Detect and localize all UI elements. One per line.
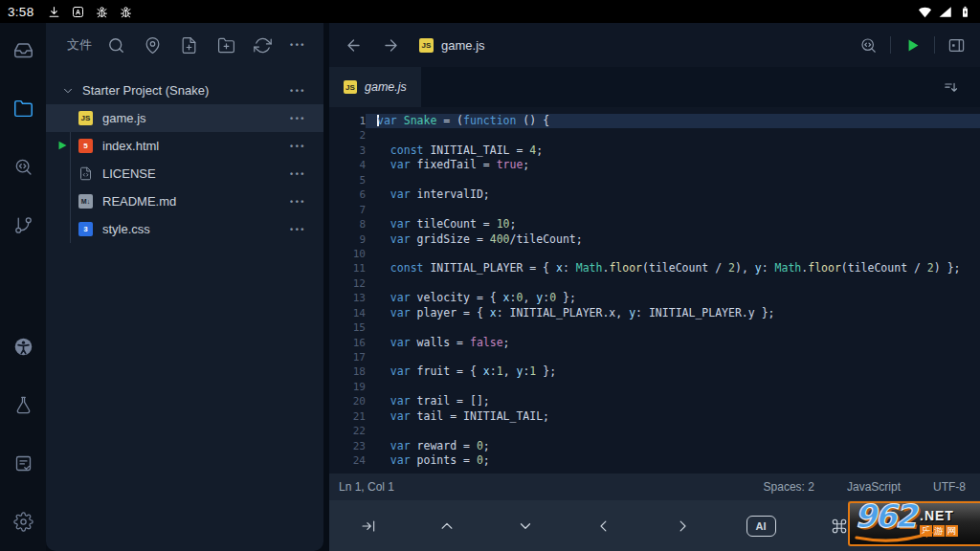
project-row[interactable]: Starter Project (Snake) ••• [46,77,323,104]
code-line[interactable]: 11 const INITIAL_PLAYER = { x: Math.floo… [329,261,980,276]
line-number: 10 [329,247,366,261]
code-line[interactable]: 6 var intervalID; [329,187,980,202]
code-line[interactable]: 13 var velocity = { x:0, y:0 }; [329,291,980,305]
line-number: 13 [329,291,366,305]
chevron-up-icon[interactable] [408,518,486,535]
chevron-up-icon [438,518,456,535]
code-line[interactable]: 5 [329,173,980,187]
encoding[interactable]: UTF-8 [933,480,966,494]
more-icon[interactable]: ••• [290,114,306,123]
code-line[interactable]: 21 var tail = INITIAL_TAIL; [329,409,980,424]
chevron-right-icon[interactable] [643,518,722,535]
code-line[interactable]: 17 [329,350,980,364]
code-line[interactable]: 19 [329,380,980,394]
line-number: 21 [329,409,366,424]
file-name: game.js [102,111,290,125]
code-line[interactable]: 4 var fixedTail = true; [329,158,980,172]
code-line[interactable]: 23 var reward = 0; [329,439,980,453]
line-number: 19 [329,380,366,394]
code-line[interactable]: 14 var player = { x: INITIAL_PLAYER.x, y… [329,306,980,320]
file-name: index.html [102,139,290,153]
explorer-title: 文件 [67,36,92,54]
more-icon[interactable]: ••• [290,169,306,179]
code-line-text: var gridSize = 400/tileCount; [366,232,980,247]
line-number: 17 [329,350,366,364]
search-code-icon[interactable] [859,36,878,55]
running-indicator-icon [56,140,68,151]
chevron-down-icon [61,84,75,98]
code-line[interactable]: 18 var fruit = { x:1, y:1 }; [329,364,980,379]
code-line-text: var walls = false; [366,336,980,350]
code-line[interactable]: 15 [329,320,980,335]
code-line-text: var tail = INITIAL_TAIL; [366,409,980,424]
back-icon[interactable] [345,36,363,55]
code-editor[interactable]: 1var Snake = (function () {23 const INIT… [329,107,980,474]
line-number: 1 [329,114,366,128]
new-folder-icon[interactable] [217,36,235,55]
android-status-bar: 3:58 [0,0,980,23]
divider [934,36,935,54]
more-icon[interactable]: ••• [290,142,306,151]
tab-key-icon[interactable] [329,518,408,535]
chevron-down-icon[interactable] [486,518,565,535]
code-line[interactable]: 12 [329,276,980,291]
code-line[interactable]: 22 [329,424,980,438]
split-view-icon[interactable] [947,36,966,55]
watermark: 962 .NET 乐游网 [848,501,980,546]
indentation-setting[interactable]: Spaces: 2 [764,480,814,494]
code-line[interactable]: 3 const INITIAL_TAIL = 4; [329,143,980,158]
rail-flask-icon[interactable] [13,395,33,415]
new-file-icon[interactable] [180,36,198,55]
command-icon [831,518,848,535]
line-number: 15 [329,320,366,335]
file-row[interactable]: 5index.html••• [46,132,323,160]
location-icon[interactable] [144,36,162,55]
rail-files-icon[interactable] [13,99,33,119]
rail-git-branch-icon[interactable] [13,215,33,235]
rail-inbox-icon[interactable] [13,40,33,60]
divider [890,36,891,54]
code-line[interactable]: 2 [329,128,980,143]
cursor-position[interactable]: Ln 1, Col 1 [339,480,394,494]
rail-tasks-icon[interactable] [13,453,33,474]
ai-button[interactable]: AI [722,516,800,537]
code-line[interactable]: 8 var tileCount = 10; [329,217,980,231]
code-line-text: const INITIAL_PLAYER = { x: Math.floor(t… [366,261,980,276]
bug-icon [95,5,109,19]
tab-bar: JS game.js [329,67,980,107]
code-line-text: var tileCount = 10; [366,217,980,231]
more-icon[interactable]: ••• [290,225,306,234]
rail-accessibility-icon[interactable] [13,337,33,357]
code-line[interactable]: 1var Snake = (function () { [329,114,980,128]
language-mode[interactable]: JavaScript [847,480,901,494]
code-line-text: var fixedTail = true; [366,158,980,172]
editor-area: JS game.js JS game.js [329,23,980,551]
line-number: 9 [329,232,366,247]
tab-label: game.js [365,80,407,94]
code-line[interactable]: 7 [329,203,980,217]
more-icon[interactable]: ••• [290,86,306,96]
sort-icon[interactable] [943,79,959,96]
file-row[interactable]: M↓README.md••• [46,187,323,215]
search-icon[interactable] [107,36,125,55]
line-number: 18 [329,364,366,379]
code-line-text [366,380,980,394]
code-line[interactable]: 24 var points = 0; [329,453,980,468]
refresh-icon[interactable] [254,36,272,55]
chevron-left-icon[interactable] [565,518,643,535]
rail-search-code-icon[interactable] [13,157,33,177]
code-line-text: var intervalID; [366,187,980,202]
file-row[interactable]: JSgame.js••• [46,104,323,132]
forward-icon[interactable] [382,36,400,55]
more-icon[interactable]: ••• [290,40,306,50]
more-icon[interactable]: ••• [290,197,306,207]
run-icon[interactable] [903,36,922,55]
code-line[interactable]: 10 [329,247,980,261]
file-row[interactable]: 3style.css••• [46,215,323,243]
file-row[interactable]: LICENSE••• [46,160,323,187]
code-line[interactable]: 9 var gridSize = 400/tileCount; [329,232,980,247]
code-line[interactable]: 16 var walls = false; [329,336,980,350]
rail-settings-icon[interactable] [13,512,33,532]
tab-game-js[interactable]: JS game.js [329,67,421,107]
code-line[interactable]: 20 var trail = []; [329,394,980,408]
